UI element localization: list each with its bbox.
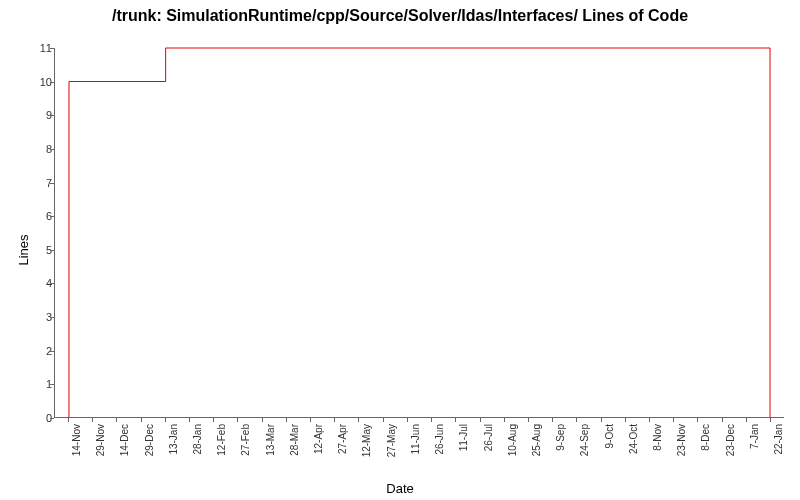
x-tick-label: 13-Mar <box>265 424 276 456</box>
x-tick-mark <box>601 418 602 422</box>
x-tick-mark <box>92 418 93 422</box>
x-tick-label: 10-Aug <box>507 424 518 456</box>
x-tick-label: 12-May <box>361 424 372 457</box>
data-series-line <box>55 48 784 417</box>
x-tick-label: 11-Jul <box>458 424 469 451</box>
x-tick-label: 12-Apr <box>313 424 324 454</box>
x-tick-mark <box>286 418 287 422</box>
x-tick-label: 23-Nov <box>676 424 687 456</box>
x-tick-label: 14-Dec <box>119 424 130 456</box>
x-tick-mark <box>310 418 311 422</box>
x-tick-mark <box>358 418 359 422</box>
x-tick-mark <box>165 418 166 422</box>
x-axis-label: Date <box>386 481 413 496</box>
x-tick-mark <box>431 418 432 422</box>
x-tick-mark <box>455 418 456 422</box>
x-tick-label: 14-Nov <box>71 424 82 456</box>
x-tick-label: 27-Apr <box>337 424 348 454</box>
x-tick-label: 13-Jan <box>168 424 179 455</box>
x-tick-label: 8-Nov <box>652 424 663 451</box>
x-tick-label: 9-Oct <box>604 424 615 448</box>
x-tick-mark <box>552 418 553 422</box>
x-tick-label: 24-Sep <box>579 424 590 456</box>
x-tick-mark <box>383 418 384 422</box>
chart-container: /trunk: SimulationRuntime/cpp/Source/Sol… <box>0 0 800 500</box>
x-tick-label: 28-Jan <box>192 424 203 455</box>
x-tick-mark <box>116 418 117 422</box>
x-tick-mark <box>576 418 577 422</box>
x-tick-label: 23-Dec <box>725 424 736 456</box>
x-axis: 14-Nov29-Nov14-Dec29-Dec13-Jan28-Jan12-F… <box>54 418 784 488</box>
x-tick-mark <box>697 418 698 422</box>
chart-title: /trunk: SimulationRuntime/cpp/Source/Sol… <box>0 0 800 25</box>
x-tick-mark <box>746 418 747 422</box>
x-tick-label: 25-Aug <box>531 424 542 456</box>
x-tick-mark <box>189 418 190 422</box>
plot-area <box>54 48 784 418</box>
x-tick-label: 26-Jul <box>483 424 494 451</box>
x-tick-mark <box>504 418 505 422</box>
x-tick-mark <box>262 418 263 422</box>
x-tick-label: 11-Jun <box>410 424 421 455</box>
x-tick-mark <box>68 418 69 422</box>
x-tick-label: 27-Feb <box>240 424 251 456</box>
x-tick-label: 9-Sep <box>555 424 566 451</box>
x-tick-mark <box>722 418 723 422</box>
x-tick-mark <box>407 418 408 422</box>
x-tick-mark <box>213 418 214 422</box>
x-tick-label: 29-Dec <box>144 424 155 456</box>
x-tick-mark <box>770 418 771 422</box>
x-tick-mark <box>625 418 626 422</box>
x-tick-mark <box>237 418 238 422</box>
x-tick-label: 26-Jun <box>434 424 445 455</box>
x-tick-mark <box>673 418 674 422</box>
x-tick-label: 22-Jan <box>773 424 784 455</box>
x-tick-mark <box>141 418 142 422</box>
y-axis: 01234567891011 <box>0 48 54 418</box>
x-tick-mark <box>480 418 481 422</box>
x-tick-mark <box>528 418 529 422</box>
x-tick-label: 8-Dec <box>700 424 711 451</box>
x-tick-mark <box>334 418 335 422</box>
x-tick-mark <box>649 418 650 422</box>
x-tick-label: 7-Jan <box>749 424 760 449</box>
x-tick-label: 27-May <box>386 424 397 457</box>
x-tick-label: 24-Oct <box>628 424 639 454</box>
x-tick-label: 12-Feb <box>216 424 227 456</box>
x-tick-label: 28-Mar <box>289 424 300 456</box>
x-tick-label: 29-Nov <box>95 424 106 456</box>
